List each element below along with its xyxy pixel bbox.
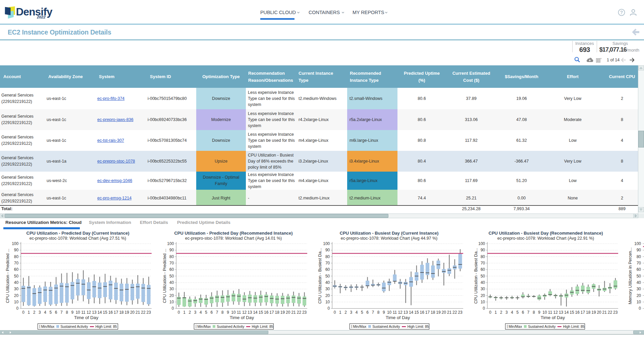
svg-text:20: 20 <box>286 310 290 315</box>
svg-text:1: 1 <box>339 310 341 315</box>
svg-text:14: 14 <box>409 310 414 315</box>
svg-text:21: 21 <box>602 310 607 315</box>
svg-text:90: 90 <box>169 248 174 252</box>
svg-text:15: 15 <box>103 310 108 315</box>
svg-text:CPU Utilization - Predicted ..: CPU Utilization - Predicted ... <box>5 249 10 303</box>
svg-text:20: 20 <box>130 310 135 315</box>
svg-text:7: 7 <box>372 310 374 315</box>
svg-text:10: 10 <box>387 310 392 315</box>
svg-text:23: 23 <box>613 310 618 315</box>
svg-text:14: 14 <box>564 310 569 315</box>
svg-text:9: 9 <box>383 310 385 315</box>
svg-text:21: 21 <box>447 310 452 315</box>
svg-text:2: 2 <box>344 310 347 315</box>
svg-text:50: 50 <box>481 274 485 279</box>
svg-text:0: 0 <box>639 306 641 311</box>
svg-text:Time of Day: Time of Day <box>386 315 410 320</box>
svg-text:80: 80 <box>637 254 641 259</box>
svg-text:8: 8 <box>221 310 224 315</box>
svg-text:11: 11 <box>393 310 397 315</box>
svg-text:40: 40 <box>637 280 641 285</box>
svg-text:22: 22 <box>141 310 146 315</box>
svg-text:8: 8 <box>377 310 380 315</box>
svg-text:40: 40 <box>325 280 330 285</box>
svg-text:14: 14 <box>97 310 102 315</box>
svg-text:15: 15 <box>570 310 574 315</box>
svg-text:2022: 2022 <box>37 15 46 19</box>
svg-text:17: 17 <box>269 310 274 315</box>
svg-text:10: 10 <box>325 300 330 304</box>
svg-text:0: 0 <box>483 306 485 311</box>
svg-text:4: 4 <box>44 310 46 315</box>
svg-text:7: 7 <box>60 310 63 315</box>
svg-text:70: 70 <box>481 261 485 265</box>
svg-text:11: 11 <box>81 310 86 315</box>
svg-text:17: 17 <box>114 310 118 315</box>
svg-text:CPU Utilization - Busiest Da..: CPU Utilization - Busiest Da... <box>474 248 478 304</box>
svg-text:9: 9 <box>71 310 74 315</box>
svg-text:19: 19 <box>436 310 441 315</box>
svg-text:0: 0 <box>334 310 336 315</box>
svg-text:20: 20 <box>597 310 601 315</box>
svg-text:Time of Day: Time of Day <box>541 315 565 320</box>
svg-text:CPU Utilization - Predicted ..: CPU Utilization - Predicted ... <box>162 249 167 303</box>
svg-text:70: 70 <box>637 261 641 265</box>
svg-text:80: 80 <box>481 254 485 259</box>
svg-text:15: 15 <box>259 310 263 315</box>
svg-text:40: 40 <box>14 280 19 285</box>
svg-text:10: 10 <box>169 300 174 304</box>
svg-text:5: 5 <box>361 310 363 315</box>
svg-text:12: 12 <box>398 310 402 315</box>
svg-text:0: 0 <box>328 306 330 311</box>
svg-text:20: 20 <box>637 293 641 298</box>
svg-text:60: 60 <box>14 267 19 272</box>
svg-text:6: 6 <box>211 310 213 315</box>
svg-text:3: 3 <box>39 310 41 315</box>
svg-text:CPU Utilization - Busiest Da..: CPU Utilization - Busiest Da... <box>318 248 322 304</box>
svg-text:50: 50 <box>637 274 641 279</box>
svg-text:10: 10 <box>481 300 485 304</box>
svg-text:7: 7 <box>527 310 530 315</box>
svg-text:3: 3 <box>505 310 508 315</box>
svg-text:13: 13 <box>92 310 97 315</box>
svg-text:0: 0 <box>22 310 24 315</box>
svg-text:30: 30 <box>169 287 174 291</box>
svg-text:Time of Day: Time of Day <box>230 315 254 320</box>
svg-text:13: 13 <box>248 310 252 315</box>
svg-text:22: 22 <box>608 310 612 315</box>
svg-text:80: 80 <box>14 254 19 259</box>
svg-text:1: 1 <box>183 310 185 315</box>
svg-text:40: 40 <box>481 280 485 285</box>
svg-text:16: 16 <box>264 310 269 315</box>
svg-text:20: 20 <box>442 310 446 315</box>
svg-text:50: 50 <box>325 274 330 279</box>
svg-text:4: 4 <box>200 310 202 315</box>
svg-text:40: 40 <box>169 280 174 285</box>
svg-text:50: 50 <box>14 274 19 279</box>
svg-text:ec-prepro-stoc-1078: Workload: ec-prepro-stoc-1078: Workload Chart (Avg… <box>497 236 594 241</box>
svg-text:20: 20 <box>14 293 19 298</box>
svg-text:Memory Utilization in Percen..: Memory Utilization in Percen... <box>628 247 633 304</box>
svg-text:30: 30 <box>637 287 641 291</box>
svg-text:2: 2 <box>33 310 36 315</box>
svg-text:23: 23 <box>147 310 151 315</box>
svg-text:11: 11 <box>237 310 241 315</box>
svg-text:4: 4 <box>511 310 513 315</box>
svg-text:30: 30 <box>14 287 19 291</box>
svg-text:90: 90 <box>14 248 19 252</box>
svg-text:70: 70 <box>169 261 174 265</box>
svg-text:0: 0 <box>178 310 180 315</box>
svg-text:6: 6 <box>55 310 57 315</box>
svg-text:CPU Utilization - Busiest Day: CPU Utilization - Busiest Day (Current I… <box>340 231 439 236</box>
svg-text:0: 0 <box>172 306 174 311</box>
svg-text:0: 0 <box>16 306 19 311</box>
svg-text:Time of Day: Time of Day <box>74 315 99 320</box>
svg-text:50: 50 <box>169 274 174 279</box>
svg-text:19: 19 <box>280 310 285 315</box>
svg-text:80: 80 <box>325 254 330 259</box>
svg-text:6: 6 <box>366 310 369 315</box>
svg-text:30: 30 <box>325 287 330 291</box>
svg-text:3: 3 <box>350 310 352 315</box>
svg-text:12: 12 <box>553 310 558 315</box>
svg-text:17: 17 <box>425 310 430 315</box>
